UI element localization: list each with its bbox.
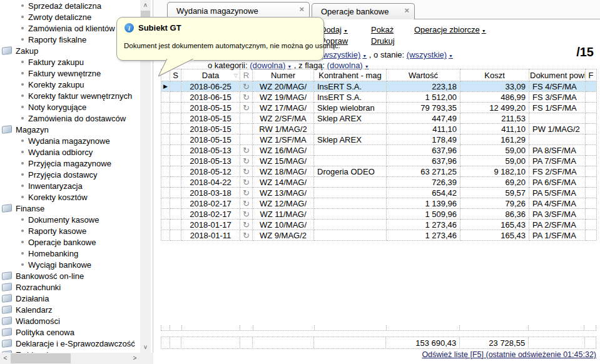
tab-operacje-bankowe[interactable]: Operacje bankowe × — [312, 3, 415, 19]
sidebar-item-polityka-cenowa[interactable]: Polityka cenowa — [0, 326, 140, 338]
table-row[interactable]: 2018-05-12↻WZ 18/MAG/Drogeria ODEO63 271… — [161, 166, 597, 177]
header-dokument[interactable]: Dokument powi — [529, 69, 586, 81]
close-icon[interactable]: × — [404, 6, 409, 15]
header-f[interactable]: F — [586, 69, 597, 81]
sidebar-item-korekty-faktur-wewnętrznych[interactable]: Korekty faktur wewnętrznych — [0, 90, 140, 101]
sidebar-item-deklaracje-i-e-sprawozdawczość[interactable]: Deklaracje i e-Sprawozdawczość — [0, 338, 140, 349]
tooltip-balloon: i Subiekt GT Dokument jest dokumentem au… — [116, 17, 324, 61]
print-button[interactable]: Drukuj — [371, 36, 395, 46]
sidebar-item-label: Działania — [16, 294, 49, 303]
cell-numer: WZ 13/MAG/ — [253, 188, 314, 198]
table-row[interactable]: 2018-06-15↻WZ 19/MAG/InsERT S.A.1 512,00… — [161, 92, 597, 103]
summary-cell — [313, 336, 387, 349]
header-koszt[interactable]: Koszt — [460, 69, 529, 81]
filter-magazyn-dropdown[interactable]: (wszystkie)▼ — [320, 50, 367, 59]
sidebar-item-magazyn[interactable]: Magazyn — [0, 124, 140, 135]
cell-data: 2018-04-22 — [181, 177, 240, 188]
horizontal-scrollbar-thumb[interactable] — [11, 353, 71, 363]
scroll-down-icon[interactable]: ˅ — [140, 342, 151, 353]
row-selector — [161, 166, 170, 177]
cell-wartosc: 1 139,96 — [387, 198, 460, 209]
cell-r: ↻ — [240, 103, 253, 113]
cell-wartosc: 1 273,46 — [387, 230, 460, 241]
sidebar-item-wydania-magazynowe[interactable]: Wydania magazynowe — [0, 135, 140, 146]
header-r[interactable]: R — [240, 69, 253, 81]
row-selector — [161, 124, 170, 134]
table-row[interactable]: 2018-03-18↻WZ 13/MAG/654,4259,57PA 5/SF/… — [161, 188, 597, 198]
cell-kontrahent — [314, 188, 387, 198]
sidebar-item-raporty-kasowe[interactable]: Raporty kasowe — [0, 225, 140, 236]
sidebar-item-wiadomości[interactable]: Wiadomości — [0, 315, 140, 326]
sidebar-item-przyjęcia-dostawcy[interactable]: Przyjęcia dostawcy — [0, 169, 140, 180]
sidebar-item-sprzedaż-detaliczna[interactable]: Sprzedaż detaliczna — [0, 0, 140, 11]
table-row[interactable]: ▶2018-06-25↻WZ 20/MAG/InsERT S.A.223,183… — [161, 81, 597, 92]
cell-dokument: PA 8/SF/MA — [529, 145, 586, 156]
table-row[interactable]: 2018-01-11↻WZ 9/MAG/21 273,46165,43PA 1/… — [161, 230, 597, 241]
bullet-icon — [21, 162, 24, 164]
sidebar-item-zamówienia-do-dostawców[interactable]: Zamówienia do dostawców — [0, 113, 140, 124]
sidebar-item-przyjęcia-magazynowe[interactable]: Przyjęcia magazynowe — [0, 158, 140, 169]
bullet-icon — [21, 94, 24, 97]
cell-f — [586, 198, 597, 209]
sidebar-item-noty-korygujące[interactable]: Noty korygujące — [0, 101, 140, 113]
table-row[interactable]: 2018-05-13↻WZ 16/MAG/637,9659,00PA 8/SF/… — [161, 145, 597, 156]
sidebar-horizontal-scrollbar[interactable]: ˂ ˃ — [0, 353, 140, 364]
header-numer[interactable]: Numer — [253, 69, 314, 81]
cell-numer: WZ 15/MAG/ — [253, 156, 314, 166]
table-row[interactable]: 2018-02-17↻WZ 11/MAG/1 509,9686,36PA 3/S… — [161, 209, 597, 220]
table-row[interactable]: 2018-04-22↻WZ 14/MAG/726,3969,20PA 6/SF/… — [161, 177, 597, 188]
sidebar-item-bankowość-on-line[interactable]: Bankowość on-line — [0, 270, 140, 281]
scroll-up-icon[interactable]: ˄ — [140, 0, 151, 11]
cell-s — [170, 81, 181, 92]
cell-wartosc: 654,42 — [387, 188, 460, 198]
row-selector — [161, 113, 170, 124]
sidebar-item-label: Wydania magazynowe — [28, 136, 110, 146]
sidebar-item-korekty-zakupu[interactable]: Korekty zakupu — [0, 79, 140, 90]
cell-kontrahent — [314, 156, 387, 166]
sidebar-item-dokumenty-kasowe[interactable]: Dokumenty kasowe — [0, 214, 140, 225]
cell-f — [586, 209, 597, 220]
sidebar-item-rozrachunki[interactable]: Rozrachunki — [0, 281, 140, 293]
cell-kontrahent: InsERT S.A. — [314, 81, 387, 92]
cell-f — [586, 103, 597, 113]
cell-numer: WZ 12/MAG/ — [253, 198, 314, 209]
close-icon[interactable]: × — [299, 4, 304, 14]
cell-numer: WZ 14/MAG/ — [253, 177, 314, 188]
table-row[interactable]: 2018-05-13↻WZ 15/MAG/637,9659,00PA 7/SF/… — [161, 156, 597, 166]
bullet-icon — [21, 230, 24, 232]
table-row[interactable]: 2018-01-17↻WZ 10/MAG/1 273,46165,43PA 2/… — [161, 220, 597, 230]
cell-dokument: FS 1/SF/MA — [529, 103, 586, 113]
rozrachunki-icon — [2, 283, 12, 291]
sidebar-item-działania[interactable]: Działania — [0, 293, 140, 304]
bullet-icon — [21, 72, 24, 74]
cell-dokument: PA 2/SF/MA — [529, 220, 586, 230]
sidebar-item-finanse[interactable]: Finanse — [0, 203, 140, 214]
sidebar-item-wyciągi-bankowe[interactable]: Wyciągi bankowe — [0, 259, 140, 270]
table-row[interactable]: 2018-05-15WZ 1/SF/MASklep AREX178,49161,… — [161, 134, 597, 145]
sidebar-item-kalendarz[interactable]: Kalendarz — [0, 304, 140, 315]
sidebar-item-operacje-bankowe[interactable]: Operacje bankowe — [0, 236, 140, 248]
header-wartosc[interactable]: Wartość — [387, 69, 460, 81]
sidebar-item-faktury-wewnętrzne[interactable]: Faktury wewnętrzne — [0, 68, 140, 79]
sidebar-item-inwentaryzacja[interactable]: Inwentaryzacja — [0, 180, 140, 191]
bulk-operations-button[interactable]: Operacje zbiorcze▼ — [414, 25, 486, 34]
refresh-list-link[interactable]: Odśwież listę [F5] (ostatnie odświeżenie… — [422, 350, 596, 359]
table-row[interactable]: 2018-05-15↻WZ 17/MAG/Sklep wielobran79 7… — [161, 103, 597, 113]
dropdown-icon: ▼ — [365, 64, 369, 69]
header-kontrahent[interactable]: Kontrahent - mag — [314, 69, 387, 81]
row-selector — [161, 220, 170, 230]
table-row[interactable]: 2018-05-15WZ 2/SF/MASklep AREX447,49211,… — [161, 113, 597, 124]
sidebar-item-homebanking[interactable]: Homebanking — [0, 248, 140, 259]
table-row[interactable]: 2018-02-17↻WZ 12/MAG/1 139,9679,26PA 4/S… — [161, 198, 597, 209]
show-button[interactable]: Pokaż — [371, 25, 394, 34]
table-row[interactable]: 2018-05-15RW 1/MAG/2411,10411,10PW 1/MAG… — [161, 124, 597, 134]
filter-stan-dropdown[interactable]: (wszystkie)▼ — [407, 50, 453, 59]
cell-wartosc: 1 273,46 — [387, 220, 460, 230]
sidebar-item-wydania-odbiorcy[interactable]: Wydania odbiorcy — [0, 146, 140, 158]
cell-wartosc: 637,96 — [387, 145, 460, 156]
sidebar-item-korekty-kosztów[interactable]: Korekty kosztów — [0, 191, 140, 203]
scroll-left-icon[interactable]: ˂ — [0, 353, 11, 363]
scroll-right-icon[interactable]: ˃ — [130, 353, 140, 363]
documents-table: S Data▽ R Numer Kontrahent - mag Wartość… — [161, 69, 597, 241]
add-button[interactable]: Dodaj▼ — [320, 25, 348, 34]
